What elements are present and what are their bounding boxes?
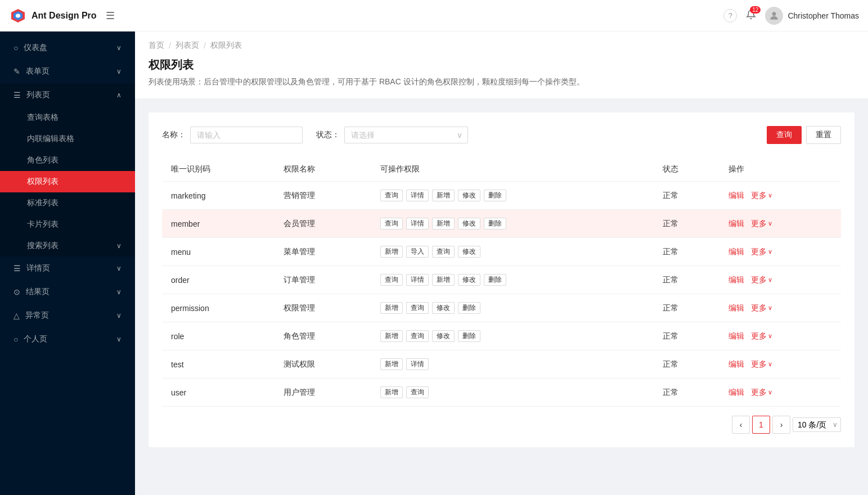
permission-tag: 查询	[380, 274, 403, 286]
row-status: 正常	[654, 322, 720, 350]
header: Ant Design Pro ☰ ? 12 Christopher Thomas	[0, 0, 868, 32]
row-permissions: 查询详情新增修改删除	[371, 182, 654, 210]
page-1-button[interactable]: 1	[752, 416, 770, 434]
edit-button[interactable]: 编辑	[728, 359, 744, 370]
filter-row: 名称： 状态： 请选择 正常 禁用 ∨	[162, 126, 841, 144]
next-page-button[interactable]: ›	[772, 416, 790, 434]
row-name: 测试权限	[275, 350, 371, 379]
more-chevron-icon: ∨	[768, 220, 772, 227]
chevron-down-icon: ∨	[116, 312, 122, 320]
more-button[interactable]: 更多 ∨	[751, 331, 772, 341]
more-chevron-icon: ∨	[768, 389, 772, 396]
row-id: test	[162, 350, 275, 379]
header-right: ? 12 Christopher Thomas	[723, 7, 859, 25]
more-button[interactable]: 更多 ∨	[751, 359, 772, 370]
notification-icon[interactable]: 12	[746, 10, 756, 22]
result-icon: ⊙	[14, 287, 20, 296]
more-button[interactable]: 更多 ∨	[751, 275, 772, 285]
edit-button[interactable]: 编辑	[728, 219, 744, 229]
breadcrumb-list[interactable]: 列表页	[176, 40, 199, 51]
col-actions: 操作	[719, 158, 841, 182]
avatar	[765, 7, 783, 25]
filter-buttons: 查询 重置	[767, 126, 841, 144]
menu-toggle-icon[interactable]: ☰	[106, 10, 115, 22]
sidebar-item-role-list[interactable]: 角色列表	[0, 150, 135, 171]
more-chevron-icon: ∨	[768, 332, 772, 340]
sidebar-item-list[interactable]: ☰ 列表页 ∧	[0, 83, 135, 107]
profile-icon: ○	[14, 335, 18, 344]
name-filter: 名称：	[162, 127, 303, 143]
more-button[interactable]: 更多 ∨	[751, 388, 772, 398]
edit-button[interactable]: 编辑	[728, 275, 744, 285]
breadcrumb-separator: /	[204, 41, 206, 50]
sidebar-item-card-list[interactable]: 卡片列表	[0, 214, 135, 235]
more-button[interactable]: 更多 ∨	[751, 247, 772, 257]
reset-button[interactable]: 重置	[806, 126, 841, 144]
sidebar-item-query-table[interactable]: 查询表格	[0, 107, 135, 128]
more-button[interactable]: 更多 ∨	[751, 219, 772, 229]
sidebar-item-profile[interactable]: ○ 个人页 ∨	[0, 327, 135, 351]
chevron-down-icon: ∨	[116, 264, 122, 272]
permission-tag: 查询	[406, 302, 429, 314]
edit-button[interactable]: 编辑	[728, 191, 744, 201]
chevron-down-icon: ∨	[116, 68, 122, 75]
sidebar-item-standard-list[interactable]: 标准列表	[0, 192, 135, 214]
breadcrumb: 首页 / 列表页 / 权限列表	[149, 40, 854, 51]
sidebar-item-permission-list[interactable]: 权限列表	[0, 171, 135, 192]
sidebar-item-search-list[interactable]: 搜索列表 ∨	[0, 235, 135, 256]
permissions-table: 唯一识别码 权限名称 可操作权限 状态 操作 marketing营销管理查询详情…	[162, 158, 841, 407]
sidebar-item-form[interactable]: ✎ 表单页 ∨	[0, 60, 135, 83]
prev-page-button[interactable]: ‹	[732, 416, 750, 434]
submenu-label: 角色列表	[27, 155, 59, 165]
permission-tag: 导入	[406, 246, 429, 258]
row-actions: 编辑 更多 ∨	[719, 266, 841, 294]
sidebar-item-dashboard[interactable]: ○ 仪表盘 ∨	[0, 36, 135, 60]
status-select[interactable]: 请选择 正常 禁用	[344, 127, 468, 143]
help-icon[interactable]: ?	[723, 9, 737, 22]
sidebar-item-inline-edit[interactable]: 内联编辑表格	[0, 128, 135, 150]
row-permissions: 新增查询	[371, 379, 654, 407]
row-actions: 编辑 更多 ∨	[719, 210, 841, 238]
row-permissions: 新增查询修改删除	[371, 294, 654, 322]
row-id: marketing	[162, 182, 275, 210]
chevron-down-icon: ∨	[116, 44, 122, 52]
page-header: 首页 / 列表页 / 权限列表 权限列表 列表使用场景：后台管理中的权限管理以及…	[135, 32, 868, 99]
action-cell: 编辑 更多 ∨	[728, 275, 832, 285]
permission-tag: 修改	[458, 218, 480, 230]
row-name: 营销管理	[275, 182, 371, 210]
permission-tag: 修改	[432, 330, 455, 342]
user-info[interactable]: Christopher Thomas	[765, 7, 859, 25]
permission-tag: 详情	[406, 218, 429, 230]
edit-button[interactable]: 编辑	[728, 247, 744, 257]
edit-button[interactable]: 编辑	[728, 303, 744, 313]
row-actions: 编辑 更多 ∨	[719, 182, 841, 210]
table-header-row: 唯一识别码 权限名称 可操作权限 状态 操作	[162, 158, 841, 182]
row-id: permission	[162, 294, 275, 322]
breadcrumb-home[interactable]: 首页	[149, 40, 164, 51]
row-name: 会员管理	[275, 210, 371, 238]
sidebar-item-exception[interactable]: △ 异常页 ∨	[0, 304, 135, 327]
more-button[interactable]: 更多 ∨	[751, 191, 772, 201]
row-id: order	[162, 266, 275, 294]
col-name: 权限名称	[275, 158, 371, 182]
table-row: test测试权限新增详情正常 编辑 更多 ∨	[162, 350, 841, 379]
col-status: 状态	[654, 158, 720, 182]
more-button[interactable]: 更多 ∨	[751, 303, 772, 313]
permission-tag: 查询	[406, 386, 429, 398]
edit-button[interactable]: 编辑	[728, 331, 744, 341]
sidebar-item-detail[interactable]: ☰ 详情页 ∨	[0, 256, 135, 280]
table-row: role角色管理新增查询修改删除正常 编辑 更多 ∨	[162, 322, 841, 350]
row-actions: 编辑 更多 ∨	[719, 322, 841, 350]
sidebar-item-result[interactable]: ⊙ 结果页 ∨	[0, 280, 135, 304]
row-status: 正常	[654, 182, 720, 210]
row-status: 正常	[654, 294, 720, 322]
breadcrumb-current: 权限列表	[210, 40, 242, 51]
table-body: marketing营销管理查询详情新增修改删除正常 编辑 更多 ∨ member…	[162, 182, 841, 407]
row-permissions: 新增查询修改删除	[371, 322, 654, 350]
name-input[interactable]	[190, 127, 303, 143]
permission-tag: 查询	[380, 190, 403, 201]
query-button[interactable]: 查询	[767, 126, 802, 144]
page-size-select[interactable]: 10 条/页 20 条/页 50 条/页	[793, 417, 841, 432]
layout: ○ 仪表盘 ∨ ✎ 表单页 ∨ ☰ 列表页 ∧ 查询表格 内联编辑表格 角色列表…	[0, 32, 868, 495]
edit-button[interactable]: 编辑	[728, 388, 744, 398]
